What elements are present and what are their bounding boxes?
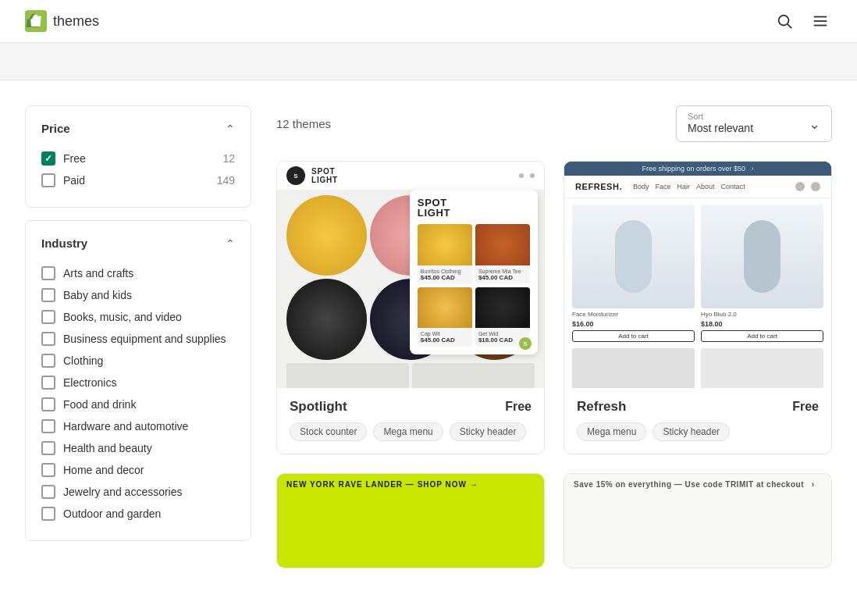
filter-item-outdoor[interactable]: Outdoor and garden <box>41 503 235 525</box>
electronics-label: Electronics <box>63 376 116 389</box>
outdoor-checkbox[interactable] <box>41 507 55 521</box>
price-filter-header[interactable]: Price ⌃ <box>41 122 235 135</box>
main-content: 12 themes Sort Most relevant ⌄ <box>276 105 832 568</box>
home-checkbox[interactable] <box>41 463 55 477</box>
search-icon <box>776 12 793 30</box>
refresh-preview-container: Free shipping on orders over $50 › REFRE… <box>564 162 831 388</box>
theme-grid: S SPOT LIGHT <box>276 161 832 568</box>
filter-item-health[interactable]: Health and beauty <box>41 437 235 459</box>
books-checkbox[interactable] <box>41 310 55 324</box>
sense-preview-image: Save 15% on everything — Use code TRIMIT… <box>564 474 831 568</box>
menu-icon <box>812 12 829 30</box>
header-title: themes <box>53 13 99 30</box>
spotlight-preview-container: S SPOT LIGHT <box>277 162 544 388</box>
refresh-tag-sticky: Sticky header <box>653 422 730 441</box>
results-count: 12 themes <box>276 117 331 130</box>
filter-item-food[interactable]: Food and drink <box>41 393 235 415</box>
menu-button[interactable] <box>809 9 832 33</box>
paid-label: Paid <box>63 174 85 187</box>
books-label: Books, music, and video <box>63 311 182 323</box>
electronics-checkbox[interactable] <box>41 376 55 390</box>
site-header: themes <box>0 0 857 43</box>
filter-item-free[interactable]: Free 12 <box>41 148 235 169</box>
main-layout: Price ⌃ Free 12 Paid 149 Indus <box>0 80 857 568</box>
filter-item-home[interactable]: Home and decor <box>41 459 235 481</box>
refresh-card-body: Refresh Free Mega menu Sticky header <box>564 388 831 454</box>
free-label: Free <box>63 152 86 165</box>
refresh-preview-image: Free shipping on orders over $50 › REFRE… <box>564 162 831 388</box>
hardware-label: Hardware and automotive <box>63 420 188 433</box>
filter-item-baby[interactable]: Baby and kids <box>41 284 235 306</box>
spotlight-tag-stock: Stock counter <box>290 422 367 441</box>
search-button[interactable] <box>773 9 796 33</box>
arts-label: Arts and crafts <box>63 267 133 280</box>
food-checkbox[interactable] <box>41 397 55 411</box>
baby-checkbox[interactable] <box>41 288 55 302</box>
theme-card-palo[interactable]: NEW YORK RAVE LANDER — SHOP NOW → <box>276 473 545 568</box>
business-checkbox[interactable] <box>41 332 55 346</box>
hardware-checkbox[interactable] <box>41 419 55 433</box>
filter-item-electronics[interactable]: Electronics <box>41 372 235 393</box>
sort-label: Sort <box>688 112 802 121</box>
clothing-label: Clothing <box>63 354 103 367</box>
content-toolbar: 12 themes Sort Most relevant ⌄ <box>276 105 832 142</box>
filter-item-clothing[interactable]: Clothing <box>41 350 235 372</box>
industry-filter-header[interactable]: Industry ⌃ <box>41 237 235 250</box>
svg-point-1 <box>779 16 789 26</box>
business-label: Business equipment and supplies <box>63 333 226 345</box>
spotlight-card-body: Spotlight Free Stock counter Mega menu S… <box>277 388 544 454</box>
sort-value: Most relevant <box>688 122 753 134</box>
filter-item-jewelry[interactable]: Jewelry and accessories <box>41 481 235 503</box>
refresh-tag-mega: Mega menu <box>577 422 646 441</box>
theme-card-spotlight[interactable]: S SPOT LIGHT <box>276 161 545 454</box>
baby-label: Baby and kids <box>63 289 132 301</box>
price-filter-title: Price <box>41 122 70 135</box>
home-label: Home and decor <box>63 464 144 476</box>
industry-filter-section: Industry ⌃ Arts and crafts Baby and kids <box>25 220 251 541</box>
svg-line-2 <box>788 24 791 28</box>
industry-chevron-icon: ⌃ <box>226 237 235 250</box>
jewelry-label: Jewelry and accessories <box>63 486 183 498</box>
sub-header-bar <box>0 43 857 80</box>
health-checkbox[interactable] <box>41 441 55 455</box>
spotlight-tags: Stock counter Mega menu Sticky header <box>290 422 532 441</box>
sort-dropdown[interactable]: Sort Most relevant ⌄ <box>676 105 832 142</box>
price-chevron-icon: ⌃ <box>226 123 235 135</box>
logo[interactable]: themes <box>25 10 99 32</box>
free-checkbox[interactable] <box>41 151 55 166</box>
jewelry-checkbox[interactable] <box>41 485 55 499</box>
filter-item-arts[interactable]: Arts and crafts <box>41 262 235 284</box>
palo-preview-image: NEW YORK RAVE LANDER — SHOP NOW → <box>277 474 544 568</box>
theme-card-sense[interactable]: Save 15% on everything — Use code TRIMIT… <box>564 473 832 568</box>
spotlight-price: Free <box>505 400 532 414</box>
sidebar: Price ⌃ Free 12 Paid 149 Indus <box>25 105 251 568</box>
refresh-name: Refresh <box>577 399 626 415</box>
shopify-logo-icon <box>25 10 47 32</box>
spotlight-tag-mega: Mega menu <box>373 422 443 441</box>
theme-card-refresh[interactable]: Free shipping on orders over $50 › REFRE… <box>564 161 832 454</box>
header-actions <box>773 9 832 33</box>
clothing-checkbox[interactable] <box>41 354 55 368</box>
spotlight-tag-sticky: Sticky header <box>450 422 527 441</box>
outdoor-label: Outdoor and garden <box>63 507 161 520</box>
paid-checkbox[interactable] <box>41 173 55 187</box>
food-label: Food and drink <box>63 398 136 411</box>
industry-filter-title: Industry <box>41 237 87 250</box>
refresh-tags: Mega menu Sticky header <box>577 422 819 441</box>
spotlight-overlay-card: SPOT LIGHT Burritos Clothing $45.00 CAD <box>410 190 538 354</box>
spotlight-top-bar: S SPOT LIGHT <box>277 162 544 190</box>
sort-chevron-icon: ⌄ <box>809 116 820 133</box>
arts-checkbox[interactable] <box>41 266 55 280</box>
filter-item-business[interactable]: Business equipment and supplies <box>41 328 235 350</box>
spotlight-name: Spotlight <box>290 399 347 415</box>
refresh-price: Free <box>792 400 819 414</box>
spotlight-preview-image: S SPOT LIGHT <box>277 162 544 388</box>
filter-item-paid[interactable]: Paid 149 <box>41 169 235 191</box>
filter-item-hardware[interactable]: Hardware and automotive <box>41 415 235 437</box>
health-label: Health and beauty <box>63 442 152 454</box>
filter-item-books[interactable]: Books, music, and video <box>41 306 235 328</box>
price-filter-section: Price ⌃ Free 12 Paid 149 <box>25 105 251 208</box>
paid-count: 149 <box>217 174 235 187</box>
free-count: 12 <box>222 152 235 165</box>
